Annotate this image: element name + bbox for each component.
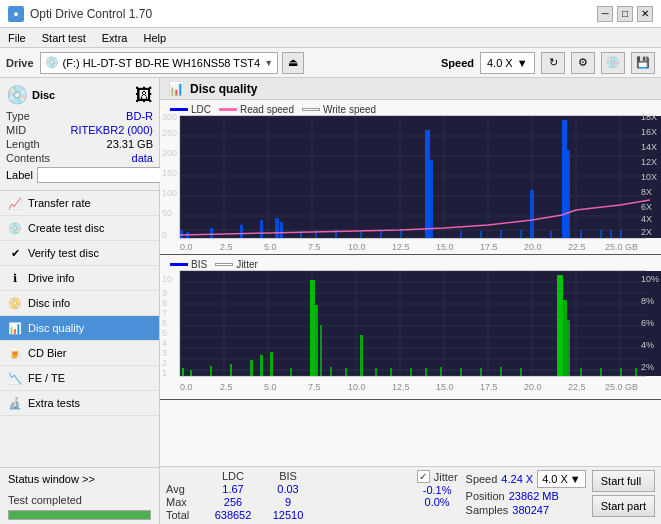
- svg-text:7.5: 7.5: [308, 382, 321, 392]
- status-window-button[interactable]: Status window >>: [0, 467, 159, 490]
- jitter-chart-label: Jitter: [236, 259, 258, 270]
- svg-text:16X: 16X: [641, 127, 657, 137]
- ldc-chart: LDC Read speed Write speed: [160, 100, 661, 255]
- svg-rect-38: [400, 230, 402, 238]
- disc-length-label: Length: [6, 138, 40, 150]
- ldc-color: [170, 108, 188, 111]
- svg-rect-26: [275, 218, 279, 238]
- disc-mid-row: MID RITEKBR2 (000): [6, 124, 153, 136]
- stats-col-ldc: LDC: [204, 470, 262, 482]
- disc-mid-value: RITEKBR2 (000): [70, 124, 153, 136]
- speed-dropdown[interactable]: 4.0 X ▼: [480, 52, 535, 74]
- total-ldc: 638652: [204, 509, 262, 521]
- transfer-rate-icon: 📈: [8, 196, 22, 210]
- svg-rect-31: [562, 120, 567, 238]
- minimize-button[interactable]: ─: [597, 6, 613, 22]
- svg-text:0.0: 0.0: [180, 382, 193, 392]
- svg-rect-101: [230, 364, 232, 376]
- svg-rect-106: [315, 305, 318, 376]
- bis-color: [170, 263, 188, 266]
- disc-label-input[interactable]: [37, 167, 170, 183]
- max-bis: 9: [262, 496, 314, 508]
- svg-rect-121: [557, 275, 563, 376]
- samples-row: Samples 380247: [466, 504, 586, 516]
- maximize-button[interactable]: □: [617, 6, 633, 22]
- svg-text:12.5: 12.5: [392, 382, 410, 392]
- svg-rect-116: [440, 367, 442, 376]
- svg-text:5.0: 5.0: [264, 242, 277, 252]
- titlebar: ● Opti Drive Control 1.70 ─ □ ✕: [0, 0, 661, 28]
- jitter-avg: -0.1%: [417, 484, 458, 496]
- settings-button[interactable]: ⚙: [571, 52, 595, 74]
- bis-chart: BIS Jitter: [160, 255, 661, 400]
- start-part-button[interactable]: Start part: [592, 495, 655, 517]
- svg-text:22.5: 22.5: [568, 382, 586, 392]
- sidebar-item-disc-info[interactable]: 📀 Disc info: [0, 291, 159, 316]
- start-full-button[interactable]: Start full: [592, 470, 655, 492]
- svg-rect-123: [567, 320, 570, 376]
- svg-rect-47: [620, 230, 622, 238]
- svg-rect-36: [360, 231, 362, 238]
- sidebar-item-cd-bier[interactable]: 🍺 CD Bier: [0, 341, 159, 366]
- svg-text:3: 3: [162, 348, 167, 358]
- close-button[interactable]: ✕: [637, 6, 653, 22]
- sidebar-item-label: Verify test disc: [28, 247, 99, 259]
- svg-rect-40: [480, 231, 482, 238]
- sidebar-item-label: Transfer rate: [28, 197, 91, 209]
- stats-col-bis: BIS: [262, 470, 314, 482]
- jitter-checkbox[interactable]: ✓: [417, 470, 430, 483]
- drive-dropdown-arrow: ▼: [264, 58, 273, 68]
- svg-text:17.5: 17.5: [480, 382, 498, 392]
- sidebar-item-create-test-disc[interactable]: 💿 Create test disc: [0, 216, 159, 241]
- svg-rect-102: [250, 360, 253, 376]
- menu-extra[interactable]: Extra: [94, 28, 136, 47]
- speed-dropdown-stats[interactable]: 4.0 X ▼: [537, 470, 586, 488]
- speed-section: Speed 4.24 X 4.0 X ▼ Position 23862 MB S…: [466, 470, 586, 516]
- menu-file[interactable]: File: [0, 28, 34, 47]
- svg-text:7.5: 7.5: [308, 242, 321, 252]
- svg-rect-115: [425, 368, 427, 376]
- svg-rect-32: [567, 150, 570, 238]
- speed-label: Speed: [441, 57, 474, 69]
- sidebar-item-transfer-rate[interactable]: 📈 Transfer rate: [0, 191, 159, 216]
- sidebar-item-extra-tests[interactable]: 🔬 Extra tests: [0, 391, 159, 416]
- save-button[interactable]: 💾: [631, 52, 655, 74]
- speed-dropdown-arrow: ▼: [517, 57, 528, 69]
- svg-text:2.5: 2.5: [220, 242, 233, 252]
- disc-button[interactable]: 💿: [601, 52, 625, 74]
- svg-rect-120: [520, 368, 522, 376]
- drive-dropdown[interactable]: 💿 (F:) HL-DT-ST BD-RE WH16NS58 TST4 ▼: [40, 52, 279, 74]
- svg-text:200: 200: [162, 148, 177, 158]
- svg-rect-110: [330, 367, 332, 376]
- create-test-disc-icon: 💿: [8, 221, 22, 235]
- sidebar-item-verify-test-disc[interactable]: ✔ Verify test disc: [0, 241, 159, 266]
- disc-info-icon: 📀: [8, 296, 22, 310]
- sidebar-item-drive-info[interactable]: ℹ Drive info: [0, 266, 159, 291]
- refresh-button[interactable]: ↻: [541, 52, 565, 74]
- svg-text:2: 2: [162, 358, 167, 368]
- svg-rect-44: [580, 230, 582, 238]
- bis-chart-legend: BIS Jitter: [164, 257, 264, 272]
- quality-panel-header: 📊 Disc quality: [160, 78, 661, 100]
- disc-contents-value: data: [132, 152, 153, 164]
- svg-text:18X: 18X: [641, 112, 657, 122]
- svg-rect-104: [270, 352, 273, 376]
- max-label: Max: [166, 496, 204, 508]
- position-row: Position 23862 MB: [466, 490, 586, 502]
- legend-read-speed: Read speed: [219, 104, 294, 115]
- sidebar-item-fe-te[interactable]: 📉 FE / TE: [0, 366, 159, 391]
- svg-rect-29: [430, 160, 433, 238]
- cd-bier-icon: 🍺: [8, 346, 22, 360]
- svg-text:14X: 14X: [641, 142, 657, 152]
- sidebar-item-disc-quality[interactable]: 📊 Disc quality: [0, 316, 159, 341]
- svg-text:12X: 12X: [641, 157, 657, 167]
- stats-headers: LDC BIS: [166, 470, 417, 482]
- stats-total-row: Total 638652 12510: [166, 509, 417, 521]
- disc-type-value: BD-R: [126, 110, 153, 122]
- svg-rect-1: [180, 116, 661, 238]
- menu-start-test[interactable]: Start test: [34, 28, 94, 47]
- menu-help[interactable]: Help: [135, 28, 174, 47]
- stats-bar: LDC BIS Avg 1.67 0.03 Max 256 9 Total: [160, 466, 661, 524]
- drive-eject-button[interactable]: ⏏: [282, 52, 304, 74]
- sidebar-item-label: FE / TE: [28, 372, 65, 384]
